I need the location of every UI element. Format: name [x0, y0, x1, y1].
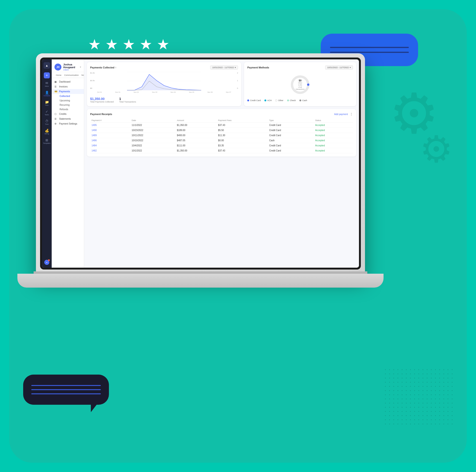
amount-cell: $111.00 — [175, 143, 217, 148]
table-header: Payment # Date Amount Payment Fees Type … — [90, 118, 353, 123]
col-payment-num: Payment # — [90, 118, 130, 123]
receipts-title: Payment Receipts — [90, 113, 112, 115]
fees-cell: $3.35 — [217, 143, 268, 148]
tab-communication[interactable]: Communication — [63, 73, 80, 78]
sidebar-item-templates[interactable]: ⊞ Templates — [42, 137, 52, 145]
table-header-row: Payment # Date Amount Payment Fees Type … — [90, 118, 353, 123]
nav-invoices-label: Invoices — [59, 85, 68, 88]
files-label: Files — [45, 104, 49, 106]
laptop-screen-body: ▲ + ✉ Inbox 👤 Contacts 📁 — [36, 53, 365, 274]
payment-id-cell[interactable]: 1489 — [90, 133, 130, 138]
legend-check: Check — [287, 99, 296, 102]
payment-id-cell[interactable]: 1495 — [90, 123, 130, 128]
table-row: 1484 10/4/2022 $111.00 $3.35 Credit Card… — [90, 143, 353, 148]
user-role: Client — [63, 69, 78, 71]
dashboard-icon: ▦ — [54, 80, 58, 83]
sidebar-item-inbox[interactable]: ✉ Inbox — [42, 80, 52, 88]
nav-recurring[interactable]: Recurring — [57, 103, 84, 107]
payment-settings-icon: ⚙ — [54, 123, 58, 125]
table-row: 1482 10/1/2022 $1,350.00 $37.43 Credit C… — [90, 148, 353, 153]
legend-cash: Cash — [299, 99, 307, 102]
nav-refunds[interactable]: Refunds — [57, 107, 84, 111]
other-square — [275, 99, 277, 101]
nav-upcoming[interactable]: Upcoming — [57, 98, 84, 103]
payments-collected-card: Payments Collected ℹ 10/31/2022 - 11/7/2… — [87, 62, 241, 106]
contacts-label: Contacts — [44, 95, 50, 96]
donut-amount: $0 — [295, 79, 306, 82]
date-cell: 10/23/2022 — [130, 128, 175, 133]
nav-invoices[interactable]: ☰ Invoices — [52, 84, 84, 89]
sidebar-item-contacts[interactable]: 👤 Contacts — [42, 90, 52, 97]
amount-cell: $189.00 — [175, 128, 217, 133]
add-payment-button[interactable]: Add payment — [334, 113, 348, 115]
payment-methods-header: Payment Methods 10/31/2022 - 11/7/2022 ▾ — [247, 65, 353, 70]
fees-cell: $37.43 — [217, 148, 268, 153]
time-label: Time — [45, 123, 49, 125]
sidebar-item-time[interactable]: ⏱ Time — [42, 118, 52, 126]
date-cell: 10/10/2022 — [130, 138, 175, 143]
payment-id-cell[interactable]: 1484 — [90, 143, 130, 148]
more-options-button[interactable]: ⋮ — [350, 112, 353, 116]
total-payments-stat: $1,350.00 Total Payments Collected — [90, 97, 114, 103]
y-axis-left: $1.0k $0.5k $0 — [90, 72, 95, 89]
payment-id-cell[interactable]: 1486 — [90, 138, 130, 143]
table-row: 1489 10/11/2022 $400.00 $11.30 Credit Ca… — [90, 133, 353, 138]
billing-icon: 💰 — [45, 129, 49, 132]
nav-dashboard[interactable]: ▦ Dashboard — [52, 79, 84, 84]
nav-payment-settings[interactable]: ⚙ Payment Settings — [52, 121, 84, 126]
nav-payments[interactable]: 💳 Payments — [52, 89, 84, 94]
date-cell: 10/11/2022 — [130, 133, 175, 138]
star-3: ★ — [122, 36, 135, 53]
add-button[interactable]: + — [44, 72, 50, 78]
user-avatar-sidebar[interactable]: ● 1 — [44, 260, 49, 265]
nav-sidebar: JH Joshua Hougaard Client ▾ Home Communi… — [52, 59, 84, 268]
sidebar-item-files[interactable]: 📁 Files — [42, 99, 52, 107]
table-row: 1490 10/23/2022 $189.00 $5.50 Credit Car… — [90, 128, 353, 133]
invoices-icon: ☰ — [54, 85, 58, 88]
sidebar-item-tasks[interactable]: ✓ Tasks — [42, 109, 52, 116]
statements-icon: ☰ — [54, 118, 58, 120]
payments-collected-title: Payments Collected ℹ — [90, 66, 116, 69]
nav-statements[interactable]: ☰ Statements — [52, 116, 84, 121]
check-label: Check — [290, 99, 296, 102]
donut-type: Other — [295, 82, 306, 84]
total-payments-value: $1,350.00 — [90, 97, 114, 101]
col-amount: Amount — [175, 118, 217, 123]
col-fees: Payment Fees — [217, 118, 268, 123]
top-nav: Home Communication Notes Files Tasks Eng… — [52, 72, 84, 78]
inbox-icon: ✉ — [45, 81, 48, 85]
payment-id-cell[interactable]: 1490 — [90, 128, 130, 133]
tab-home[interactable]: Home — [54, 73, 63, 78]
nav-collected[interactable]: Collected — [57, 94, 84, 98]
payments-icon: 💳 — [54, 90, 58, 93]
credits-icon: ⬡ — [54, 113, 58, 115]
x-axis-labels: Oct 31 Nov 01 Nov 02 Nov 03 Nov 04 Nov 0… — [90, 91, 238, 93]
tab-notes[interactable]: Notes — [80, 73, 84, 78]
sidebar-item-billing[interactable]: 💰 Billing — [42, 128, 52, 135]
screen: ▲ + ✉ Inbox 👤 Contacts 📁 — [42, 59, 359, 268]
y-axis-right: 2 1 0 — [237, 72, 238, 89]
chart-stats: $1,350.00 Total Payments Collected 1 Tot… — [90, 97, 238, 103]
payments-chart: $1.0k $0.5k $0 2 1 0 — [90, 72, 238, 95]
payment-id-cell[interactable]: 1482 — [90, 148, 130, 153]
date-cell: 10/1/2022 — [130, 148, 175, 153]
nav-credits-label: Credits — [59, 113, 67, 115]
bubble-dark-line-3 — [31, 393, 101, 394]
type-cell: Credit Card — [268, 133, 314, 138]
col-type: Type — [268, 118, 314, 123]
contacts-icon: 👤 — [45, 91, 49, 94]
dot-pattern — [383, 368, 453, 426]
payment-methods-date-filter[interactable]: 10/31/2022 - 11/7/2022 ▾ — [325, 65, 353, 70]
app-container: ▲ + ✉ Inbox 👤 Contacts 📁 — [42, 59, 359, 268]
cash-label: Cash — [302, 99, 307, 102]
nav-credits[interactable]: ⬡ Credits — [52, 111, 84, 116]
user-info: Joshua Hougaard Client — [63, 63, 78, 71]
payment-methods-title: Payment Methods — [247, 66, 269, 69]
credit-card-label: Credit Card — [250, 99, 261, 102]
payments-date-filter[interactable]: 10/31/2022 - 11/7/2022 ▾ — [210, 65, 238, 70]
app-logo: ▲ — [44, 62, 50, 69]
date-cell: 10/4/2022 — [130, 143, 175, 148]
receipts-header: Payment Receipts Add payment ⋮ — [90, 112, 353, 116]
type-cell: Credit Card — [268, 123, 314, 128]
bubble-line-1 — [330, 47, 409, 48]
